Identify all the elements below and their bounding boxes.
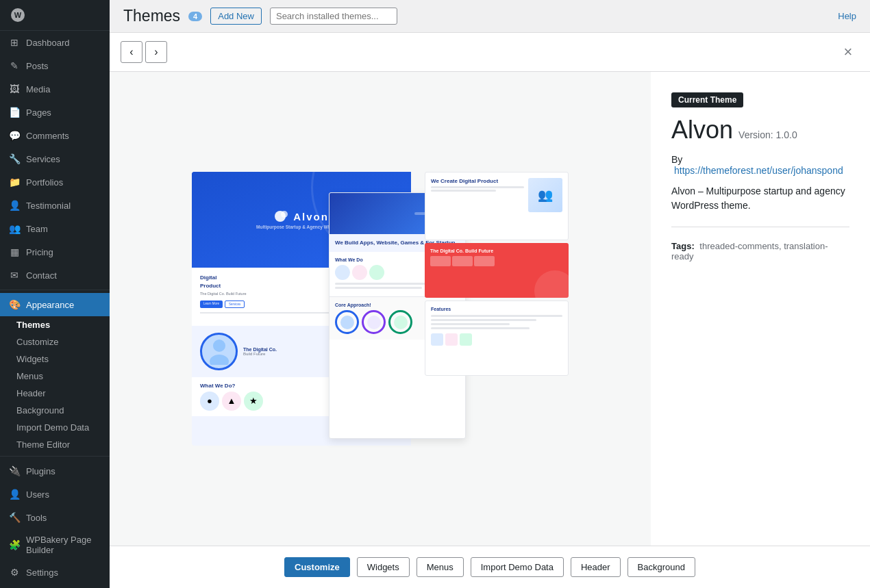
ap-c-2	[362, 310, 386, 334]
main-content: Themes 4 Add New Help ‹ › ×	[110, 0, 870, 588]
red-card-title: The Digital Co. Build Future	[430, 248, 563, 253]
theme-name-row: Alvon Version: 1.0.0	[671, 118, 849, 146]
sidebar-item-services[interactable]: 🔧 Services	[0, 147, 110, 170]
comments-icon: 💬	[8, 129, 21, 142]
page-title: Themes	[123, 7, 180, 25]
sidebar: W ⊞ Dashboard ✎ Posts 🖼 Media 📄 Pages 💬 …	[0, 0, 110, 588]
we-create-content: We Create Digital Product 👥	[431, 178, 562, 212]
divider-2	[0, 456, 110, 457]
sidebar-sub-customize[interactable]: Customize	[0, 333, 110, 350]
widgets-button[interactable]: Widgets	[357, 557, 410, 577]
sidebar-item-pages[interactable]: 📄 Pages	[0, 101, 110, 124]
theme-author: By https://themeforest.net/user/johanspo…	[671, 154, 849, 176]
sidebar-item-contact[interactable]: ✉ Contact	[0, 264, 110, 287]
sidebar-item-team[interactable]: 👥 Team	[0, 217, 110, 240]
header-button[interactable]: Header	[571, 557, 621, 577]
sidebar-item-label: Services	[26, 154, 60, 164]
background-button[interactable]: Background	[627, 557, 695, 577]
red-card-bars	[430, 256, 563, 266]
wwd-icon-3: ★	[244, 392, 263, 411]
sidebar-item-plugins[interactable]: 🔌 Plugins	[0, 459, 110, 483]
sidebar-item-posts[interactable]: ✎ Posts	[0, 54, 110, 77]
person-sub: Build Future	[243, 352, 277, 356]
import-demo-button[interactable]: Import Demo Data	[471, 557, 564, 577]
sidebar-item-comments[interactable]: 💬 Comments	[0, 124, 110, 147]
panel-content: Alvon Multipurpose Startup & Agency WP T…	[110, 72, 870, 546]
search-themes-input[interactable]	[270, 8, 397, 25]
person-avatar	[200, 333, 238, 370]
ap-inner-2	[367, 316, 381, 329]
wordpress-icon: W	[11, 8, 25, 22]
wc-bar-2	[431, 190, 496, 192]
ap-inner-1	[340, 316, 354, 329]
users-icon: 👤	[8, 488, 21, 500]
add-new-button[interactable]: Add New	[210, 8, 262, 25]
mockup-right: We Create Digital Product 👥	[425, 172, 569, 446]
sidebar-item-label: Contact	[26, 270, 57, 281]
sidebar-item-label: Pricing	[26, 247, 53, 257]
sidebar-item-label: Comments	[26, 131, 69, 141]
red-bar-2	[452, 256, 473, 266]
we-create-title: We Create Digital Product	[431, 178, 524, 184]
sidebar-item-users[interactable]: 👤 Users	[0, 483, 110, 506]
sidebar-sub-import-demo[interactable]: Import Demo Data	[0, 419, 110, 436]
feat-icon-1	[431, 333, 443, 346]
sidebar-item-tools[interactable]: 🔨 Tools	[0, 506, 110, 529]
services-icon: 🔧	[8, 153, 21, 165]
sidebar-item-label: Media	[26, 84, 50, 94]
menus-button[interactable]: Menus	[417, 557, 464, 577]
sidebar-item-label: Tools	[26, 513, 47, 523]
theme-version: Version: 1.0.0	[738, 129, 797, 140]
sidebar-item-portfolios[interactable]: 📁 Portfolios	[0, 170, 110, 194]
sidebar-sub-header[interactable]: Header	[0, 385, 110, 402]
features-icons	[431, 333, 562, 346]
sidebar-item-media[interactable]: 🖼 Media	[0, 77, 110, 101]
sidebar-item-appearance[interactable]: 🎨 Appearance	[0, 293, 110, 316]
feat-icon-2	[445, 333, 458, 346]
svc-icon-1	[335, 265, 350, 280]
ap-c-3	[388, 310, 412, 334]
sidebar-item-label: Dashboard	[26, 38, 70, 48]
sidebar-item-testimonial[interactable]: 👤 Testimonial	[0, 194, 110, 217]
sidebar-item-label: Users	[26, 489, 49, 500]
svc-icon-2	[352, 265, 367, 280]
feat-icon-3	[460, 333, 472, 346]
posts-icon: ✎	[8, 60, 21, 72]
feat-bar-2	[431, 319, 536, 321]
btn-mock-2: Services	[225, 301, 245, 308]
sidebar-item-dashboard[interactable]: ⊞ Dashboard	[0, 31, 110, 54]
tools-icon: 🔨	[8, 511, 21, 524]
sidebar-item-label: Settings	[26, 567, 58, 578]
theme-count-badge: 4	[188, 12, 202, 21]
close-panel-button[interactable]: ×	[837, 41, 859, 63]
sidebar-sub-background[interactable]: Background	[0, 402, 110, 419]
author-link[interactable]: https://themeforest.net/user/johanspond	[674, 165, 843, 176]
red-deco	[534, 270, 569, 298]
person-svg	[208, 337, 230, 365]
customize-button[interactable]: Customize	[284, 557, 350, 577]
tags-label: Tags:	[671, 241, 695, 251]
sidebar-item-label: Pages	[26, 107, 51, 118]
wwd-icon-2: ▲	[222, 392, 241, 411]
current-theme-badge: Current Theme	[671, 92, 743, 107]
sidebar-sub-themes[interactable]: Themes	[0, 316, 110, 333]
next-theme-button[interactable]: ›	[145, 41, 167, 63]
sidebar-item-settings[interactable]: ⚙ Settings	[0, 561, 110, 584]
dashboard-icon: ⊞	[8, 36, 21, 49]
center-bar-2	[335, 287, 422, 289]
sidebar-item-wpbakery[interactable]: 🧩 WPBakery Page Builder	[0, 529, 110, 561]
prev-theme-button[interactable]: ‹	[121, 41, 142, 63]
sidebar-sub-widgets[interactable]: Widgets	[0, 350, 110, 368]
wpbakery-icon: 🧩	[8, 539, 21, 551]
feat-bar-1	[431, 315, 562, 317]
sidebar-item-label: Posts	[26, 61, 49, 71]
sidebar-sub-theme-editor[interactable]: Theme Editor	[0, 436, 110, 453]
theme-screenshot-area: Alvon Multipurpose Startup & Agency WP T…	[110, 72, 651, 546]
theme-panel: ‹ › × Alv	[110, 33, 870, 588]
sidebar-sub-menus[interactable]: Menus	[0, 368, 110, 385]
we-create-text: We Create Digital Product	[431, 178, 524, 193]
theme-info-panel: Current Theme Alvon Version: 1.0.0 By ht…	[651, 72, 870, 546]
help-link[interactable]: Help	[838, 11, 856, 21]
we-create-card: We Create Digital Product 👥	[425, 172, 569, 240]
sidebar-item-pricing[interactable]: ▦ Pricing	[0, 240, 110, 264]
